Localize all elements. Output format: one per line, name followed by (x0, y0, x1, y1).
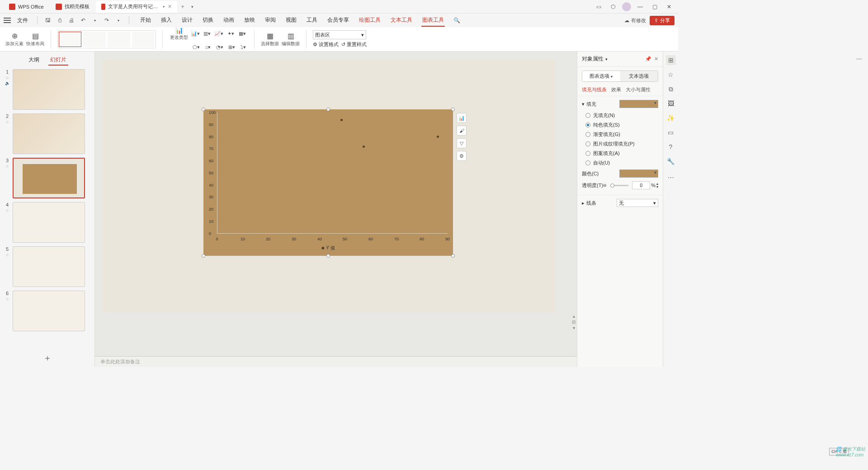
chart-btn-8[interactable]: ◔▾ (215, 42, 224, 52)
selection-handle[interactable] (326, 254, 330, 258)
undo-icon[interactable]: ↶ (79, 16, 87, 24)
selection-handle[interactable] (451, 254, 455, 258)
tab-fill-line[interactable]: 填充与线条 (582, 86, 607, 93)
cube-icon[interactable]: ⬡ (608, 1, 618, 12)
side-help-icon[interactable]: ? (666, 142, 676, 152)
print-preview-icon[interactable]: ⎙ (56, 16, 64, 24)
slide-thumbnail[interactable] (13, 69, 85, 110)
tab-design[interactable]: 设计 (181, 14, 193, 27)
tab-transition[interactable]: 切换 (202, 14, 214, 27)
reset-style-button[interactable]: ↺ 重置样式 (341, 41, 367, 48)
gallery-item[interactable] (59, 32, 81, 47)
thumb-row[interactable]: 2☆ (4, 113, 91, 154)
file-menu[interactable]: 文件 (14, 16, 31, 25)
title-tab-wps[interactable]: WPS Office (4, 1, 49, 13)
close-icon[interactable]: ✕ (654, 56, 658, 62)
side-more-icon[interactable]: ⋯ (666, 173, 676, 183)
set-format-button[interactable]: ⚙ 设置格式 (313, 41, 339, 48)
fill-picture-radio[interactable]: 图片或纹理填充(P) (582, 139, 658, 149)
chart-btn-5[interactable]: ▦▾ (238, 29, 247, 38)
tab-member[interactable]: 会员专享 (326, 14, 350, 27)
selection-handle[interactable] (326, 108, 330, 111)
tab-tools[interactable]: 工具 (306, 14, 318, 27)
close-icon[interactable]: ✕ (168, 4, 172, 9)
side-image-icon[interactable]: 🖼 (666, 99, 676, 108)
tab-animation[interactable]: 动画 (222, 14, 235, 27)
slide-thumbnail[interactable] (13, 158, 85, 198)
hamburger-icon[interactable] (4, 18, 11, 23)
cloud-status[interactable]: ☁ 有修改 (624, 17, 646, 24)
title-tab-template[interactable]: 找稻壳模板 (50, 1, 95, 13)
chart-btn-6[interactable]: ⬠▾ (192, 42, 201, 52)
slider-thumb[interactable] (610, 183, 614, 188)
tab-menu-button[interactable]: ▾ (188, 2, 197, 11)
undo-dropdown-icon[interactable]: ▾ (91, 16, 99, 24)
title-tab-document[interactable]: 文字是人类用符号记录表达信息以 ● ✕ (96, 1, 177, 13)
vertical-scrollbar[interactable]: ▴ ⊟ ▾ (571, 52, 577, 367)
side-page-icon[interactable]: ▭ (666, 127, 676, 137)
minimize-button[interactable]: — (635, 1, 646, 12)
notes-area[interactable]: 单击此处添加备注 (95, 356, 577, 367)
tab-effect[interactable]: 效果 (611, 86, 621, 93)
slide-thumbnail[interactable] (13, 246, 85, 287)
fill-color-swatch[interactable] (619, 100, 658, 108)
fill-solid-radio[interactable]: 纯色填充(S) (582, 120, 658, 130)
quick-layout-button[interactable]: ▤ 快速布局 (26, 32, 44, 47)
line-select[interactable]: 无▾ (617, 199, 658, 207)
selection-handle[interactable] (202, 254, 205, 258)
tab-view[interactable]: 视图 (285, 14, 297, 27)
opacity-slider[interactable] (610, 185, 628, 186)
tab-review[interactable]: 审阅 (264, 14, 277, 27)
edit-data-button[interactable]: ▥ 编辑数据 (282, 32, 300, 47)
nav-tab-outline[interactable]: 大纲 (27, 55, 41, 66)
fill-auto-radio[interactable]: 自动(U) (582, 158, 658, 168)
thumb-row[interactable]: 6☆ (4, 291, 91, 331)
fill-section-header[interactable]: ▾填充 (582, 100, 658, 108)
scroll-split-icon[interactable]: ⊟ (571, 320, 576, 324)
thumb-row[interactable]: 3☆ (4, 158, 91, 198)
chart-style-gallery[interactable] (57, 30, 156, 48)
chart-filter-button[interactable]: ▽ (457, 138, 467, 148)
chart-btn-1[interactable]: 📊▾ (191, 29, 200, 38)
tab-size-props[interactable]: 大小与属性 (626, 86, 651, 93)
fill-none-radio[interactable]: 无填充(N) (582, 111, 658, 120)
gallery-item[interactable] (83, 32, 106, 47)
add-element-button[interactable]: ⊕ 添加元素 (5, 32, 24, 47)
slide-thumbnail[interactable] (13, 291, 85, 331)
chart-area-select[interactable]: 图表区▾ (313, 30, 366, 39)
chart-btn-4[interactable]: ✦▾ (226, 29, 235, 38)
slide-canvas[interactable]: 100 90 80 70 60 50 40 30 20 10 0 0 10 20… (103, 60, 555, 313)
nav-tab-slides[interactable]: 幻灯片 (48, 55, 68, 66)
chart-style-button[interactable]: 🖌 (457, 126, 467, 136)
layout-icon[interactable]: ▭ (593, 1, 604, 12)
select-data-button[interactable]: ▦ 选择数据 (261, 32, 279, 47)
tab-chart-tools[interactable]: 图表工具 (421, 14, 445, 27)
chart-btn-3[interactable]: 📈▾ (214, 29, 223, 38)
chart-btn-9[interactable]: ⊞▾ (227, 42, 236, 52)
opacity-input[interactable]: 0 (632, 181, 650, 189)
subtab-text-options[interactable]: 文本选项 (620, 71, 658, 81)
side-properties-icon[interactable]: ⊞ (666, 55, 676, 65)
scroll-down-icon[interactable]: ▾ (571, 325, 576, 330)
new-tab-button[interactable]: ＋ (178, 2, 187, 11)
opacity-minus[interactable]: ⊖ (603, 183, 607, 188)
thumb-row[interactable]: 1☆🔈 (4, 69, 91, 110)
maximize-button[interactable]: ▢ (649, 1, 660, 12)
fill-pattern-radio[interactable]: 图案填充(A) (582, 149, 658, 158)
selection-handle[interactable] (451, 108, 455, 111)
tab-text-tools[interactable]: 文本工具 (390, 14, 413, 27)
thumbnail-list[interactable]: 1☆🔈 2☆ 3☆ 4☆ 5☆ 6☆ (0, 67, 94, 349)
add-slide-button[interactable]: ＋ (0, 349, 94, 367)
gallery-item[interactable] (132, 32, 155, 47)
side-tools-icon[interactable]: 🔧 (666, 156, 676, 166)
close-button[interactable]: ✕ (664, 1, 675, 12)
chart-btn-10[interactable]: ⤵▾ (239, 42, 248, 52)
tab-draw-tools[interactable]: 绘图工具 (358, 14, 382, 27)
thumb-row[interactable]: 5☆ (4, 246, 91, 287)
subtab-chart-options[interactable]: 图表选项 ▾ (582, 71, 620, 81)
thumb-row[interactable]: 4☆ (4, 202, 91, 243)
change-type-button[interactable]: 📊 更改类型 (170, 27, 188, 41)
chart-element-button[interactable]: 📊 (457, 113, 467, 123)
print-icon[interactable]: 🖨 (67, 16, 75, 24)
selection-handle[interactable] (202, 108, 205, 111)
